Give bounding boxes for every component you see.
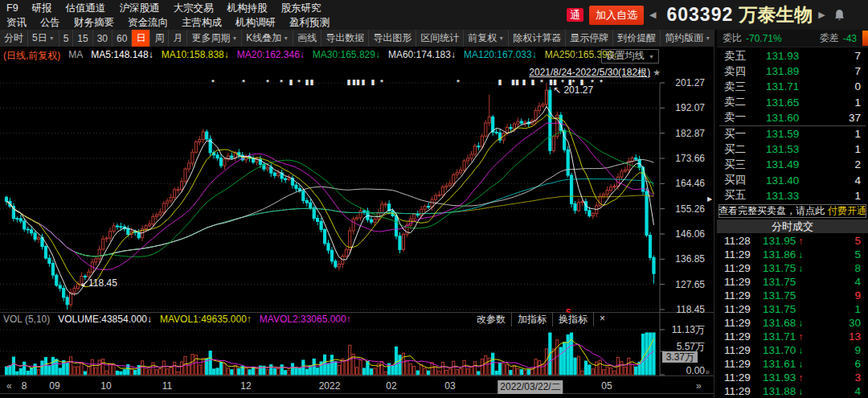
prev-stock-icon[interactable]: ◀ [649, 10, 656, 20]
x-axis-label: 09 [49, 380, 59, 392]
scroll-right-icon[interactable]: » [696, 380, 702, 392]
svg-text:▮: ▮ [498, 78, 502, 86]
book-level-label: 卖二 [724, 95, 756, 109]
tick-row[interactable]: 11:29131.88↓4 [717, 384, 868, 398]
add-watchlist-button[interactable]: 加入自选 [589, 6, 644, 25]
menu-item[interactable]: 大宗交易 [174, 2, 214, 15]
toolbar-item-周[interactable]: 周 [150, 30, 169, 47]
toolbar-item-15[interactable]: 15 [73, 30, 92, 47]
menu-item[interactable]: 资讯 [6, 16, 27, 30]
toolbar-item-5[interactable]: 5 [59, 30, 74, 47]
tick-quantity: 9 [832, 344, 861, 356]
svg-text:*: * [297, 78, 301, 86]
toolbar-item-分时[interactable]: 分时 [0, 30, 28, 47]
book-row[interactable]: 买一131.591 [717, 126, 868, 142]
toolbar-item-显示停牌[interactable]: 显示停牌 [566, 30, 613, 47]
menu-item[interactable]: 机构调研 [235, 16, 276, 30]
toolbar-item-日[interactable]: 日 [132, 30, 150, 47]
date-range-label[interactable]: 2021/8/24-2022/5/30(182根)★ [529, 66, 661, 80]
menu-item[interactable]: 盈利预测 [289, 16, 330, 30]
pin-icon[interactable]: ★ [653, 68, 661, 77]
book-row[interactable]: 买二131.531 [717, 142, 868, 157]
ma-value: MA120:167.033↓ [464, 49, 537, 63]
menu-item[interactable]: 资金流向 [128, 16, 168, 30]
tick-price: 131.93↑ [760, 371, 832, 384]
book-price: 131.60 [756, 112, 824, 124]
toolbar-item-60[interactable]: 60 [113, 30, 132, 47]
book-row[interactable]: 买三131.492 [717, 157, 868, 172]
pay-unlock-link[interactable]: 付费开通 [828, 204, 866, 218]
tick-row[interactable]: 11:29131.70↓9 [717, 343, 868, 357]
toolbar-item-简约版面[interactable]: 简约版面▼ [661, 30, 715, 47]
toolbar-item-前复权[interactable]: 前复权▼ [464, 30, 509, 47]
weibi-value: -70.71% [746, 33, 782, 44]
tick-row[interactable]: 11:29131.61↓6 [717, 357, 868, 371]
tick-row[interactable]: 11:28131.95↑5 [717, 234, 868, 248]
book-row[interactable]: 卖四131.897 [717, 64, 868, 79]
book-row[interactable]: 卖二131.651 [717, 95, 868, 110]
set-ma-button[interactable]: 设置均线 ▼ [601, 49, 659, 64]
book-price: 131.49 [756, 158, 824, 170]
indicator-button-改参数[interactable]: 改参数 [471, 313, 512, 326]
ma-value: MA20:162.346↓ [237, 49, 305, 63]
book-level-label: 卖五 [724, 49, 756, 64]
x-axis: «80910111220220203052022/03/22/二» [0, 378, 714, 394]
tick-row[interactable]: 11:29131.93↑3 [717, 371, 868, 384]
menu-item[interactable]: F9 [6, 2, 18, 14]
scroll-left-icon[interactable]: « [6, 380, 12, 392]
x-axis-label: 05 [601, 380, 612, 392]
toolbar-item-K线叠加[interactable]: K线叠加▼ [242, 30, 293, 47]
next-stock-icon[interactable]: ▶ [818, 10, 825, 20]
menu-item[interactable]: 公告 [40, 16, 60, 30]
toolbar-item-导出图形[interactable]: 导出图形 [369, 30, 416, 47]
book-price: 131.93 [756, 50, 824, 62]
tick-row[interactable]: 11:29131.75↓8 [717, 261, 868, 275]
book-row[interactable]: 卖一131.6037 [717, 110, 868, 125]
menu-item[interactable]: 财务摘要 [74, 16, 114, 30]
indicator-button-×[interactable]: × [594, 313, 611, 326]
alert-bell-icon[interactable] [834, 9, 845, 21]
toolbar-item-画线[interactable]: 画线 [293, 30, 321, 47]
book-row[interactable]: 卖三131.710 [717, 79, 868, 94]
menu-item[interactable]: 股东研究 [281, 2, 321, 15]
chevron-down-icon: ▼ [231, 35, 237, 41]
book-row[interactable]: 买四131.404 [717, 173, 868, 188]
tick-list[interactable]: 11:28131.95↑511:29131.86↓511:29131.75↓81… [717, 234, 868, 398]
up-arrow-icon: ↑ [798, 236, 803, 247]
toolbar-item-30[interactable]: 30 [93, 30, 113, 47]
svg-text:▮▮: ▮▮ [511, 78, 519, 86]
candlestick-chart[interactable]: 201.27192.07182.87173.66164.46155.26146.… [0, 47, 714, 398]
menu-item[interactable]: 估值通道 [66, 2, 106, 15]
book-row[interactable]: 买五131.331 [717, 188, 868, 203]
weicha-value: -43 [843, 33, 857, 44]
weibi-label: 委比 [723, 31, 742, 45]
book-row[interactable]: 卖五131.937 [717, 48, 868, 64]
toolbar-item-更多周期[interactable]: 更多周期▼ [187, 30, 242, 47]
tick-row[interactable]: 11:29131.71↑13 [717, 330, 868, 343]
toolbar-item-5日[interactable]: 5日▼ [28, 30, 59, 47]
tick-row[interactable]: 11:29131.68↓30 [717, 316, 868, 330]
splitter-arrow-icon[interactable]: ▶ [707, 195, 712, 203]
book-level-label: 买一 [724, 127, 756, 142]
toolbar-item-导出数据[interactable]: 导出数据 [321, 30, 369, 47]
book-price: 131.89 [756, 65, 824, 77]
tick-row[interactable]: 11:29131.86↓5 [717, 248, 868, 261]
toolbar-item-月[interactable]: 月 [169, 30, 187, 47]
indicator-button-加指标[interactable]: 加指标 [512, 313, 553, 326]
menu-item[interactable]: 研报 [32, 2, 52, 15]
indicator-button-换指标[interactable]: 换指标 [553, 313, 594, 326]
menu-item[interactable]: 主营构成 [182, 16, 222, 30]
tick-quantity: 5 [832, 235, 861, 247]
toolbar-item-除权计算器[interactable]: 除权计算器 [509, 30, 566, 47]
tick-row[interactable]: 11:29131.751 [717, 302, 868, 316]
toolbar-item-区间统计[interactable]: 区间统计 [416, 30, 464, 47]
expand-icon[interactable]: » [705, 367, 710, 376]
menu-item[interactable]: 机构持股 [227, 2, 268, 15]
toolbar-item-到价提醒[interactable]: 到价提醒 [613, 30, 661, 47]
svg-text:0.00: 0.00 [686, 365, 706, 376]
menu-item[interactable]: 沪深股通 [120, 2, 160, 15]
tick-row[interactable]: 11:29131.754 [717, 275, 868, 289]
tick-row[interactable]: 11:29131.759 [717, 289, 868, 302]
tape-header[interactable]: 分时成交 [717, 220, 868, 233]
svg-text:3.37万: 3.37万 [666, 351, 694, 363]
